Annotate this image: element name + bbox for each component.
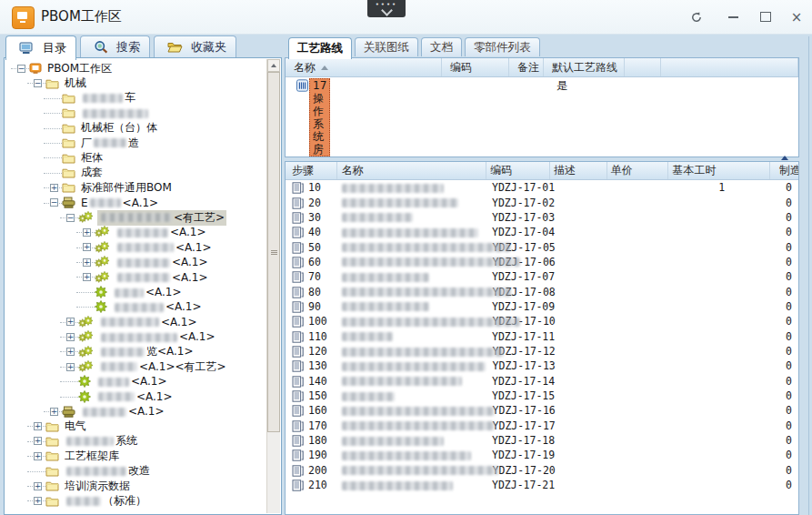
tree-item[interactable]: +<A.1> — [5, 329, 268, 344]
steps-table-row[interactable]: 210YDZJ-17-210 — [286, 478, 798, 492]
steps-table-row[interactable]: 150YDZJ-17-150 — [286, 389, 798, 403]
tree-item[interactable]: +<A.1> — [5, 269, 268, 284]
expand-toggle[interactable]: + — [66, 318, 75, 326]
detail-tab-工艺路线[interactable]: 工艺路线 — [288, 37, 352, 59]
tree-item[interactable]: −机械 — [5, 76, 268, 90]
steps-table-row[interactable]: 110YDZJ-17-110 — [286, 329, 798, 344]
folder-icon — [45, 421, 59, 432]
tree-item[interactable]: +<A.1> — [5, 255, 268, 269]
tree-item[interactable]: −PBOM工作区 — [5, 61, 268, 76]
scrollbar-thumb[interactable] — [267, 72, 280, 432]
tree-item[interactable]: +<A.1> — [5, 315, 268, 329]
tree-item[interactable]: +（标准） — [5, 493, 268, 508]
steps-table-row[interactable]: 70YDZJ-17-070 — [286, 269, 798, 284]
expand-toggle[interactable]: + — [66, 333, 75, 341]
column-header-名称[interactable]: 名称 — [337, 162, 486, 179]
tree-item[interactable]: +<A.1> — [5, 404, 268, 419]
steps-table-row[interactable]: 10YDZJ-17-0110 — [286, 180, 798, 195]
expand-toggle[interactable]: + — [66, 348, 75, 356]
column-header-基本工时[interactable]: 基本工时 — [668, 162, 771, 179]
tree-item[interactable]: 改造 — [5, 464, 268, 479]
expand-toggle[interactable]: + — [34, 422, 42, 430]
detail-tab-文档[interactable]: 文档 — [421, 37, 462, 56]
close-button[interactable]: × — [784, 5, 809, 28]
steps-table-row[interactable]: 30YDZJ-17-030 — [286, 210, 798, 225]
column-header-描述[interactable]: 描述 — [550, 162, 607, 179]
steps-table-row[interactable]: 170YDZJ-17-170 — [286, 419, 798, 433]
collapse-toggle[interactable]: − — [34, 79, 42, 87]
tree-item[interactable]: +培训演示数据 — [5, 479, 268, 493]
expand-toggle[interactable]: + — [34, 452, 42, 460]
steps-table-row[interactable]: 40YDZJ-17-040 — [286, 225, 798, 239]
tree-item[interactable]: +<A.1> — [5, 225, 268, 239]
tree-item[interactable]: +系统 — [5, 434, 268, 449]
steps-table-row[interactable]: 100YDZJ-17-100 — [286, 314, 798, 328]
maximize-button[interactable] — [753, 5, 778, 28]
column-header-单价[interactable]: 单价 — [607, 162, 668, 179]
tree-item[interactable]: +工艺框架库 — [5, 449, 268, 463]
steps-table-row[interactable]: 120YDZJ-17-120 — [286, 344, 798, 358]
expand-toggle[interactable]: + — [83, 243, 91, 251]
steps-table-row[interactable]: 90YDZJ-17-090 — [286, 299, 798, 314]
tree-item[interactable]: 车 — [5, 91, 268, 106]
scroll-up-indicator[interactable] — [781, 156, 788, 160]
steps-table-row[interactable]: 80YDZJ-17-080 — [286, 284, 798, 298]
column-header-编码[interactable]: 编码 — [486, 162, 550, 179]
tree-item[interactable]: <A.1> — [5, 299, 268, 314]
tree-item[interactable]: 柜体 — [5, 150, 268, 165]
column-header-名称[interactable]: 名称 — [286, 58, 442, 76]
tree-item[interactable]: +<A.1> — [5, 240, 268, 255]
tree-item[interactable]: −E<A.1> — [5, 196, 268, 210]
expand-toggle[interactable]: + — [83, 228, 91, 237]
minimize-button[interactable] — [720, 5, 746, 28]
column-header-默认工艺路线[interactable]: 默认工艺路线 — [544, 58, 625, 76]
steps-table-row[interactable]: 140YDZJ-17-140 — [286, 374, 798, 389]
tree-item[interactable]: <A.1> — [5, 374, 268, 389]
collapse-toggle[interactable]: − — [17, 65, 25, 73]
steps-table-row[interactable]: 20YDZJ-17-020 — [286, 195, 798, 209]
expand-toggle[interactable]: + — [50, 184, 58, 192]
expand-toggle[interactable]: + — [34, 482, 42, 490]
tree-item[interactable] — [5, 106, 268, 120]
column-header-步骤[interactable]: 步骤 — [286, 162, 337, 179]
tree-item[interactable]: 厂造 — [5, 136, 268, 150]
collapse-toggle[interactable]: − — [66, 214, 75, 222]
collapse-toggle[interactable]: − — [50, 198, 58, 207]
tree-item[interactable]: +<A.1><有工艺> — [5, 359, 268, 374]
tree-item[interactable]: 机械柜（台）体 — [5, 121, 268, 136]
steps-table-row[interactable]: 180YDZJ-17-180 — [286, 433, 798, 448]
step-name-cell — [337, 375, 486, 388]
steps-table-row[interactable]: 160YDZJ-17-160 — [286, 403, 798, 418]
tree-scrollbar[interactable] — [266, 59, 280, 513]
column-header-备注[interactable]: 备注 — [509, 58, 544, 76]
expand-toggle[interactable]: + — [66, 363, 75, 371]
tree-item-selected[interactable]: −<有工艺> — [5, 210, 268, 225]
steps-table-row[interactable]: 200YDZJ-17-200 — [286, 463, 798, 478]
steps-table-row[interactable]: 50YDZJ-17-050 — [286, 239, 798, 254]
tree-item[interactable]: <A.1> — [5, 389, 268, 404]
screenshot-overlay-badge[interactable]: •••• — [367, 0, 406, 17]
expand-toggle[interactable]: + — [34, 437, 42, 445]
expand-toggle[interactable]: + — [83, 258, 91, 267]
tree-item[interactable]: +标准部件通用BOM — [5, 180, 268, 195]
tree-item[interactable]: +览<A.1> — [5, 344, 268, 358]
steps-table-row[interactable]: 190YDZJ-17-190 — [286, 448, 798, 462]
column-header-制造[interactable]: 制造 — [770, 162, 798, 179]
steps-table-row[interactable]: 60YDZJ-17-060 — [286, 255, 798, 269]
expand-toggle[interactable]: + — [34, 497, 42, 505]
column-header-编码[interactable]: 编码 — [442, 58, 509, 76]
tree-item[interactable]: +电气 — [5, 419, 268, 433]
scroll-up-button[interactable] — [267, 59, 280, 72]
expand-toggle[interactable]: + — [50, 408, 58, 416]
refresh-button[interactable] — [684, 5, 709, 28]
detail-tab-关联图纸[interactable]: 关联图纸 — [355, 37, 418, 56]
redacted-text — [342, 377, 462, 386]
tree-item[interactable]: <A.1> — [5, 285, 268, 299]
nav-tab-目录[interactable]: 目录 — [5, 35, 76, 60]
tree-item[interactable]: 成套 — [5, 166, 268, 180]
detail-tab-零部件列表[interactable]: 零部件列表 — [465, 37, 540, 56]
expand-toggle[interactable]: + — [83, 273, 91, 281]
nav-tab-收藏夹[interactable]: 收藏夹 — [154, 35, 236, 57]
steps-table-row[interactable]: 130YDZJ-17-130 — [286, 358, 798, 373]
nav-tab-搜索[interactable]: 搜索 — [80, 35, 150, 57]
